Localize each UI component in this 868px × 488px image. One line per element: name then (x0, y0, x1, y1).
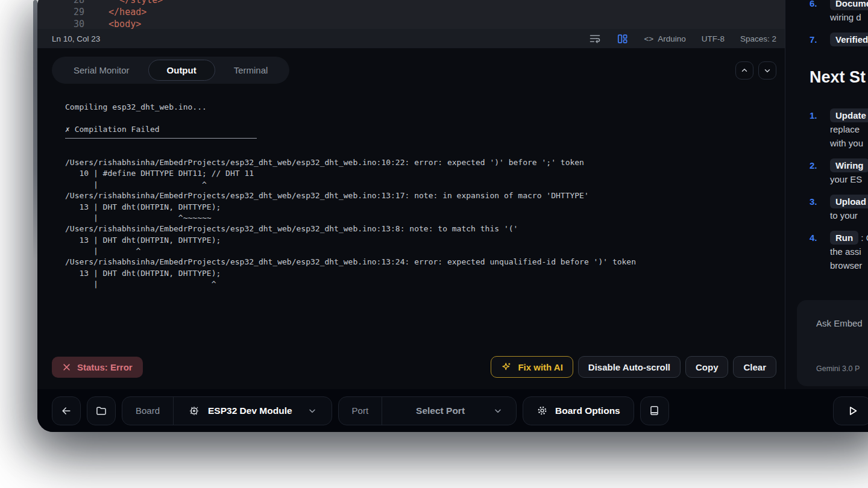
step-line: your ES (830, 172, 868, 186)
chevron-down-icon (763, 66, 772, 75)
code-line: 30 <body> (37, 18, 785, 29)
step-text: Wiringyour ES (830, 158, 868, 186)
code-text: <body> (98, 18, 141, 29)
port-selector[interactable]: Select Port (382, 405, 516, 416)
chevron-down-icon (493, 406, 503, 416)
console-line: /Users/rishabhsinha/EmbedrProjects/esp32… (65, 190, 776, 201)
window-body: 28 </style>29 </head>30 <body> Ln 10, Co… (37, 0, 868, 389)
step-line: browser (830, 258, 868, 272)
ask-input-placeholder: Ask Embed (816, 318, 868, 328)
step-item: 6.Documewiring d (810, 0, 868, 24)
line-number: 30 (37, 18, 98, 29)
console-line: Compiling esp32_dht_web.ino... (65, 102, 776, 113)
layout-panels-icon[interactable] (617, 33, 628, 45)
ask-embedr-input[interactable]: Ask Embed Gemini 3.0 P (797, 300, 868, 386)
code-text: </style> (98, 0, 163, 6)
step-item: 2.Wiringyour ES (810, 158, 868, 186)
copy-button[interactable]: Copy (685, 356, 729, 378)
tab-terminal[interactable]: Terminal (215, 60, 287, 81)
board-label: Board (122, 405, 173, 416)
step-keyword: Upload (830, 195, 868, 208)
page-scrollbar[interactable] (33, 0, 37, 260)
code-editor[interactable]: 28 </style>29 </head>30 <body> (37, 0, 785, 29)
console-line: | ^ (65, 246, 776, 257)
run-button[interactable] (833, 396, 868, 425)
cursor-position[interactable]: Ln 10, Col 23 (52, 34, 100, 43)
indent-label[interactable]: Spaces: 2 (740, 34, 776, 43)
step-keyword: Run (830, 231, 858, 245)
console-line: 10 | #define DHTTYPE DHT11; // DHT 11 (65, 168, 776, 179)
console-divider (65, 135, 776, 146)
console-line: ✗ Compilation Failed (65, 124, 776, 135)
autoscroll-toggle-button[interactable]: Disable Auto-scroll (578, 356, 681, 378)
console-line: /Users/rishabhsinha/EmbedrProjects/esp32… (65, 257, 776, 267)
compiler-output-console[interactable]: Compiling esp32_dht_web.ino... ✗ Compila… (52, 89, 776, 349)
clear-button[interactable]: Clear (733, 356, 776, 378)
line-number: 29 (37, 6, 98, 18)
chevron-down-icon (307, 406, 317, 416)
console-line: | ^ (65, 279, 776, 290)
panel-tabs-row: Serial MonitorOutputTerminal (52, 57, 776, 84)
console-line: /Users/rishabhsinha/EmbedrProjects/esp32… (65, 157, 776, 168)
tab-output[interactable]: Output (148, 60, 215, 81)
board-selector[interactable]: ESP32 Dev Module (174, 405, 332, 417)
model-selector[interactable]: Gemini 3.0 P (816, 364, 860, 373)
step-line: Run : O (830, 231, 868, 245)
language-label: Arduino (658, 34, 686, 43)
expand-panel-button[interactable] (735, 61, 753, 80)
port-selector-group: Port Select Port (338, 396, 517, 425)
board-options-label: Board Options (555, 405, 620, 416)
assistant-sidebar: 6.Documewiring d7.Verified Next St 1.Upd… (785, 0, 868, 389)
back-button[interactable] (52, 396, 81, 425)
step-keyword: Update (830, 108, 868, 122)
encoding-label[interactable]: UTF-8 (702, 34, 725, 43)
step-number: 1. (810, 108, 823, 150)
app-window: 28 </style>29 </head>30 <body> Ln 10, Co… (37, 0, 868, 432)
console-line: /Users/rishabhsinha/EmbedrProjects/esp32… (65, 224, 776, 234)
board-options-button[interactable]: Board Options (523, 396, 634, 425)
main-column: 28 </style>29 </head>30 <body> Ln 10, Co… (37, 0, 785, 389)
word-wrap-icon[interactable] (589, 33, 601, 45)
sparkle-icon (501, 361, 512, 372)
collapse-panel-button[interactable] (758, 61, 776, 80)
output-panel: Serial MonitorOutputTerminal (37, 48, 785, 389)
step-line: Verified (830, 33, 868, 46)
step-text: Uploadto your (830, 195, 868, 222)
console-line: | ^ (65, 180, 776, 190)
console-line: | ^~~~~~~ (65, 213, 776, 224)
error-x-icon (62, 363, 71, 372)
step-number: 6. (810, 0, 823, 24)
code-text: </head> (98, 6, 146, 18)
step-line: with you (830, 136, 868, 150)
code-line: 29 </head> (37, 6, 785, 18)
code-line: 28 </style> (37, 0, 785, 6)
status-bar-right: <> Arduino UTF-8 Spaces: 2 (589, 33, 776, 45)
panel-tabs: Serial MonitorOutputTerminal (52, 57, 289, 84)
chip-icon (188, 405, 200, 417)
console-line (65, 113, 776, 124)
output-buttons: Fix with AI Disable Auto-scroll Copy Cle… (491, 356, 776, 378)
console-line: 13 | DHT dht(DHTPIN, DHTTYPE); (65, 268, 776, 279)
open-folder-button[interactable] (87, 396, 116, 425)
board-value: ESP32 Dev Module (208, 405, 292, 416)
step-line: the assi (830, 245, 868, 258)
step-item: 4.Run : Othe assibrowser (810, 231, 868, 272)
port-value: Select Port (395, 405, 485, 416)
line-number: 28 (37, 0, 98, 6)
book-icon (649, 405, 660, 416)
console-line: 13 | DHT dht(DHTPIN, DHTTYPE); (65, 235, 776, 246)
code-brackets-icon: <> (644, 34, 653, 43)
step-item: 7.Verified (810, 33, 868, 46)
gear-icon (536, 405, 548, 416)
step-line: Upload (830, 195, 868, 208)
language-mode[interactable]: <> Arduino (644, 34, 685, 43)
step-item: 1.Updatereplacewith you (810, 108, 868, 150)
step-line: Update (830, 108, 868, 122)
status-badge: Status: Error (52, 357, 143, 378)
tab-serial-monitor[interactable]: Serial Monitor (55, 60, 148, 81)
fix-with-ai-button[interactable]: Fix with AI (491, 356, 573, 378)
step-line: wiring d (830, 10, 868, 24)
docs-button[interactable] (640, 396, 669, 425)
step-text: Updatereplacewith you (830, 108, 868, 150)
step-text: Verified (830, 33, 868, 46)
